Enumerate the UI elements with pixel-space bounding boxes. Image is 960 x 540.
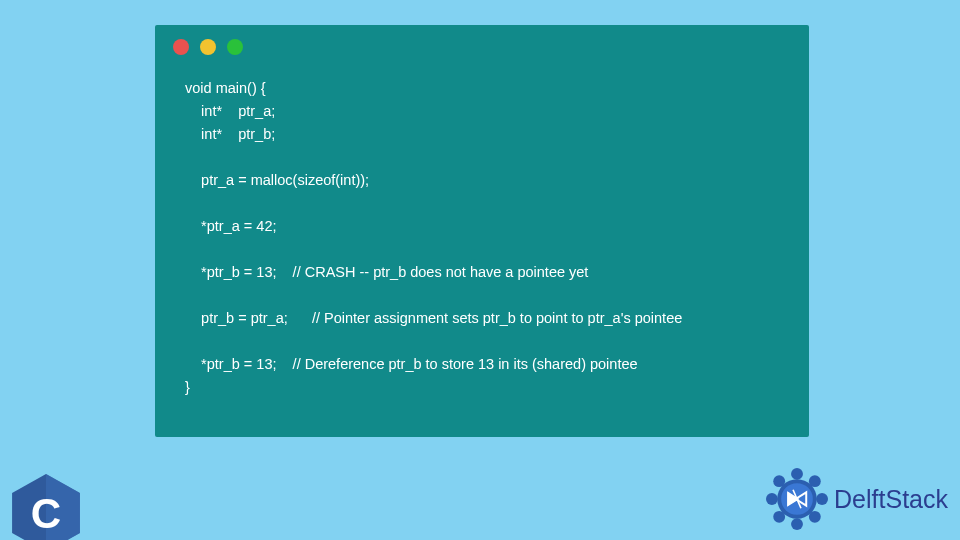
c-language-logo: C — [12, 474, 80, 540]
window-controls — [155, 25, 809, 55]
close-icon — [173, 39, 189, 55]
svg-point-4 — [816, 493, 828, 505]
code-content: void main() { int* ptr_a; int* ptr_b; pt… — [155, 55, 809, 419]
svg-point-2 — [791, 468, 803, 480]
delftstack-brand-text: DelftStack — [834, 485, 948, 514]
delftstack-logo: DelftStack — [764, 466, 948, 532]
svg-point-6 — [791, 518, 803, 530]
minimize-icon — [200, 39, 216, 55]
code-window: void main() { int* ptr_a; int* ptr_b; pt… — [155, 25, 809, 437]
delftstack-badge-icon — [764, 466, 830, 532]
maximize-icon — [227, 39, 243, 55]
svg-point-8 — [766, 493, 778, 505]
c-letter: C — [31, 490, 61, 537]
